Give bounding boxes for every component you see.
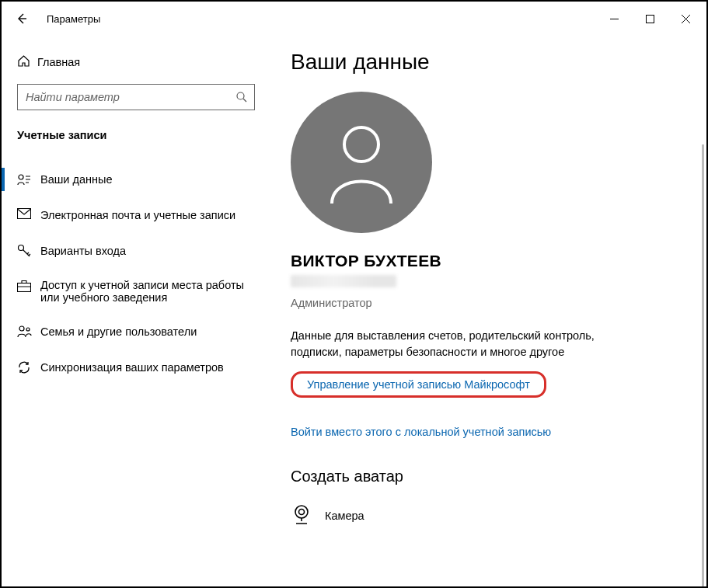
- manage-microsoft-account-link[interactable]: Управление учетной записью Майкрософт: [291, 371, 546, 398]
- person-card-icon: [17, 172, 31, 189]
- sidebar-item-label: Электронная почта и учетные записи: [40, 209, 235, 221]
- home-icon: [17, 54, 30, 70]
- sidebar-item-label: Варианты входа: [40, 245, 126, 257]
- nav-list: Ваши данные Электронная почта и учетные …: [2, 154, 270, 385]
- sidebar-item-label: Синхронизация ваших параметров: [40, 361, 224, 374]
- sidebar-item-label: Доступ к учетной записи места работы или…: [40, 279, 255, 304]
- window-controls: [596, 7, 703, 30]
- sync-icon: [17, 360, 31, 377]
- svg-point-2: [19, 175, 23, 179]
- sign-in-local-account-link[interactable]: Войти вместо этого с локальной учетной з…: [291, 426, 683, 438]
- sidebar-item-your-info[interactable]: Ваши данные: [2, 162, 270, 197]
- camera-label: Камера: [325, 510, 364, 522]
- sidebar-item-family[interactable]: Семья и другие пользователи: [2, 314, 270, 350]
- close-button[interactable]: [668, 7, 703, 30]
- camera-icon: [291, 504, 312, 527]
- key-icon: [17, 244, 31, 260]
- scrollbar[interactable]: [702, 144, 704, 586]
- person-icon: [323, 120, 400, 205]
- maximize-button[interactable]: [632, 7, 668, 30]
- people-icon: [17, 325, 32, 340]
- svg-point-9: [295, 506, 308, 518]
- settings-window: Параметры Главная: [0, 0, 708, 588]
- sidebar-item-sync[interactable]: Синхронизация ваших параметров: [2, 350, 270, 385]
- close-icon: [682, 15, 690, 23]
- svg-point-6: [19, 326, 24, 331]
- svg-rect-5: [18, 284, 31, 292]
- arrow-left-icon: [16, 12, 28, 25]
- content-area: Главная Учетные записи Ваши данные: [2, 36, 706, 586]
- home-label: Главная: [37, 56, 80, 68]
- minimize-icon: [610, 15, 619, 23]
- sidebar-item-label: Ваши данные: [40, 173, 113, 186]
- sidebar: Главная Учетные записи Ваши данные: [2, 36, 270, 586]
- create-avatar-title: Создать аватар: [291, 468, 683, 485]
- camera-option[interactable]: Камера: [291, 499, 683, 551]
- minimize-button[interactable]: [596, 7, 632, 30]
- svg-point-7: [26, 328, 30, 331]
- titlebar: Параметры: [2, 2, 706, 36]
- sidebar-item-work-school[interactable]: Доступ к учетной записи места работы или…: [2, 269, 270, 314]
- sidebar-item-email-accounts[interactable]: Электронная почта и учетные записи: [2, 197, 270, 233]
- search-box[interactable]: [17, 84, 255, 110]
- user-role: Администратор: [291, 297, 683, 309]
- page-title: Ваши данные: [291, 50, 683, 75]
- account-description: Данные для выставления счетов, родительс…: [291, 328, 617, 360]
- briefcase-icon: [17, 280, 31, 294]
- section-label: Учетные записи: [2, 120, 270, 154]
- avatar: [291, 92, 432, 233]
- user-name: ВИКТОР БУХТЕЕВ: [291, 252, 683, 270]
- search-icon: [235, 91, 248, 103]
- user-email-redacted: [291, 275, 396, 287]
- sidebar-item-signin-options[interactable]: Варианты входа: [2, 233, 270, 269]
- svg-point-1: [237, 92, 244, 99]
- sidebar-item-label: Семья и другие пользователи: [40, 325, 197, 338]
- window-title: Параметры: [47, 13, 100, 25]
- home-link[interactable]: Главная: [2, 48, 270, 76]
- svg-point-8: [344, 127, 378, 162]
- svg-point-4: [19, 245, 24, 251]
- search-wrap: [2, 76, 270, 120]
- back-button[interactable]: [8, 5, 36, 33]
- search-input[interactable]: [26, 91, 235, 103]
- maximize-icon: [646, 15, 654, 23]
- svg-point-10: [299, 510, 305, 515]
- main-panel: Ваши данные ВИКТОР БУХТЕЕВ Администратор…: [270, 36, 706, 586]
- mail-icon: [17, 208, 31, 221]
- svg-rect-0: [646, 15, 654, 23]
